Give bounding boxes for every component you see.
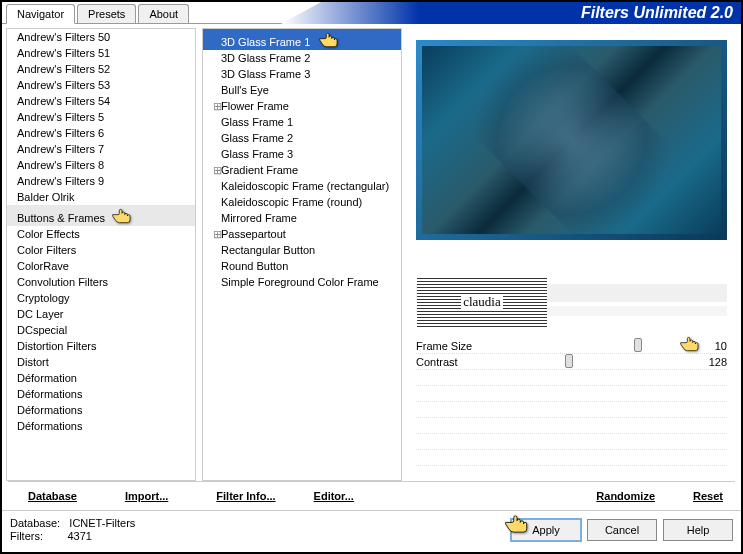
category-item[interactable]: Andrew's Filters 9 bbox=[7, 173, 195, 189]
category-list[interactable]: Andrew's Filters 50Andrew's Filters 51An… bbox=[6, 28, 196, 481]
category-item[interactable]: Andrew's Filters 7 bbox=[7, 141, 195, 157]
category-item[interactable]: Déformations bbox=[7, 418, 195, 434]
category-item[interactable]: Andrew's Filters 54 bbox=[7, 93, 195, 109]
category-item[interactable]: Distort bbox=[7, 354, 195, 370]
category-item[interactable]: Cryptology bbox=[7, 290, 195, 306]
reset-link[interactable]: Reset bbox=[689, 488, 727, 504]
filter-item[interactable]: ⊞Gradient Frame bbox=[203, 162, 401, 178]
filter-item[interactable]: 3D Glass Frame 1 bbox=[203, 29, 401, 50]
param-label: Frame Size bbox=[416, 340, 697, 352]
filter-item[interactable]: Rectangular Button bbox=[203, 242, 401, 258]
right-panel: 3D Glass Frame 1 Frame Size10Contrast128 bbox=[408, 28, 735, 481]
parameter-panel: Frame Size10Contrast128 bbox=[416, 338, 727, 466]
filter-item[interactable]: Kaleidoscopic Frame (round) bbox=[203, 194, 401, 210]
database-info: Database: ICNET-Filters Filters: 4371 bbox=[10, 517, 505, 543]
help-button[interactable]: Help bbox=[663, 519, 733, 541]
empty-param-row bbox=[416, 434, 727, 450]
empty-param-row bbox=[416, 450, 727, 466]
filter-info-link[interactable]: Filter Info... bbox=[212, 488, 279, 504]
filter-list[interactable]: 3D Glass Frame 13D Glass Frame 23D Glass… bbox=[202, 28, 402, 481]
filter-item[interactable]: Bull's Eye bbox=[203, 82, 401, 98]
category-item[interactable]: Andrew's Filters 6 bbox=[7, 125, 195, 141]
apply-button-label: Apply bbox=[532, 524, 560, 536]
filter-item[interactable]: ⊞Passepartout bbox=[203, 226, 401, 242]
header: Navigator Presets About Filters Unlimite… bbox=[2, 2, 741, 24]
category-item[interactable]: Andrew's Filters 51 bbox=[7, 45, 195, 61]
cancel-button[interactable]: Cancel bbox=[587, 519, 657, 541]
preview-image bbox=[416, 40, 727, 240]
param-row[interactable]: Contrast128 bbox=[416, 354, 727, 370]
empty-param-row bbox=[416, 370, 727, 386]
empty-param-row bbox=[416, 402, 727, 418]
expand-icon: ⊞ bbox=[213, 227, 221, 241]
main-area: Andrew's Filters 50Andrew's Filters 51An… bbox=[2, 24, 741, 481]
filter-item[interactable]: Mirrored Frame bbox=[203, 210, 401, 226]
slider-handle[interactable] bbox=[634, 338, 642, 352]
filter-item[interactable]: Glass Frame 3 bbox=[203, 146, 401, 162]
category-item[interactable]: DCspecial bbox=[7, 322, 195, 338]
editor-link[interactable]: Editor... bbox=[310, 488, 358, 504]
category-item[interactable]: Distortion Filters bbox=[7, 338, 195, 354]
category-item[interactable]: Andrew's Filters 53 bbox=[7, 77, 195, 93]
footer-links-row: Database Import... Filter Info... Editor… bbox=[8, 481, 735, 510]
filter-item[interactable]: Glass Frame 2 bbox=[203, 130, 401, 146]
expand-icon: ⊞ bbox=[213, 99, 221, 113]
param-value: 128 bbox=[697, 356, 727, 368]
tab-presets[interactable]: Presets bbox=[77, 4, 136, 23]
param-row[interactable]: Frame Size10 bbox=[416, 338, 727, 354]
filter-item[interactable]: Round Button bbox=[203, 258, 401, 274]
tab-about[interactable]: About bbox=[138, 4, 189, 23]
filter-item[interactable]: Simple Foreground Color Frame bbox=[203, 274, 401, 290]
empty-param-row bbox=[416, 386, 727, 402]
slider-handle[interactable] bbox=[565, 354, 573, 368]
category-item[interactable]: Andrew's Filters 52 bbox=[7, 61, 195, 77]
database-link[interactable]: Database bbox=[24, 488, 81, 504]
category-item[interactable]: Déformation bbox=[7, 370, 195, 386]
watermark-overlay: claudia bbox=[417, 277, 547, 327]
filter-item[interactable]: 3D Glass Frame 2 bbox=[203, 50, 401, 66]
category-item[interactable]: Andrew's Filters 50 bbox=[7, 29, 195, 45]
tab-bar: Navigator Presets About bbox=[2, 4, 191, 23]
filter-item[interactable]: Kaleidoscopic Frame (rectangular) bbox=[203, 178, 401, 194]
empty-param-row bbox=[416, 418, 727, 434]
category-item[interactable]: Andrew's Filters 5 bbox=[7, 109, 195, 125]
randomize-link[interactable]: Randomize bbox=[592, 488, 659, 504]
category-item[interactable]: Color Effects bbox=[7, 226, 195, 242]
filter-item[interactable]: ⊞Flower Frame bbox=[203, 98, 401, 114]
db-label: Database: bbox=[10, 517, 60, 529]
apply-button[interactable]: Apply bbox=[511, 519, 581, 541]
import-link[interactable]: Import... bbox=[121, 488, 172, 504]
filter-item[interactable]: Glass Frame 1 bbox=[203, 114, 401, 130]
param-label: Contrast bbox=[416, 356, 697, 368]
category-item[interactable]: DC Layer bbox=[7, 306, 195, 322]
category-item[interactable]: Buttons & Frames bbox=[7, 205, 195, 226]
footer-buttons-row: Database: ICNET-Filters Filters: 4371 Ap… bbox=[2, 510, 741, 549]
title-bar: Filters Unlimited 2.0 bbox=[281, 2, 741, 24]
watermark-text: claudia bbox=[461, 294, 503, 310]
category-item[interactable]: Andrew's Filters 8 bbox=[7, 157, 195, 173]
category-item[interactable]: Déformations bbox=[7, 386, 195, 402]
filter-item[interactable]: 3D Glass Frame 3 bbox=[203, 66, 401, 82]
param-value: 10 bbox=[697, 340, 727, 352]
category-item[interactable]: Convolution Filters bbox=[7, 274, 195, 290]
filters-count-label: Filters: bbox=[10, 530, 43, 542]
expand-icon: ⊞ bbox=[213, 163, 221, 177]
filters-count-value: 4371 bbox=[67, 530, 91, 542]
app-title: Filters Unlimited 2.0 bbox=[581, 4, 733, 22]
category-item[interactable]: ColorRave bbox=[7, 258, 195, 274]
category-item[interactable]: Balder Olrik bbox=[7, 189, 195, 205]
db-value: ICNET-Filters bbox=[69, 517, 135, 529]
category-item[interactable]: Déformations bbox=[7, 402, 195, 418]
tab-navigator[interactable]: Navigator bbox=[6, 4, 75, 24]
category-item[interactable]: Color Filters bbox=[7, 242, 195, 258]
